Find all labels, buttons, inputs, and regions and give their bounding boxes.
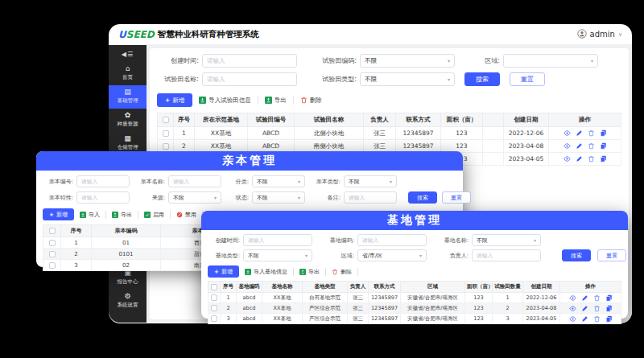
table-row: 1abcdXX基地自有基地示范张三12345897安徽省/合肥市/瑶海区1231…	[208, 293, 621, 303]
reset-button[interactable]: 重置	[442, 191, 471, 204]
search-button[interactable]: 搜索	[408, 191, 437, 204]
select-all-checkbox[interactable]	[211, 284, 217, 290]
add-button[interactable]: +新增	[157, 93, 192, 107]
create-time-input[interactable]	[243, 234, 312, 246]
view-icon[interactable]	[569, 305, 576, 312]
parent-code-input[interactable]	[76, 175, 130, 187]
button-label: 导入	[89, 211, 100, 219]
export-button[interactable]: 导出	[265, 97, 287, 105]
edit-icon[interactable]	[576, 130, 583, 137]
field-code-select[interactable]: 不限▾	[360, 54, 455, 68]
delete-icon[interactable]	[593, 315, 601, 323]
delete-icon[interactable]	[593, 294, 601, 302]
reset-button[interactable]: 重置	[597, 249, 626, 261]
disable-button[interactable]: 禁用	[176, 211, 196, 219]
table-cell: XX基地	[195, 127, 248, 140]
row-checkbox[interactable]	[49, 262, 56, 269]
disable-icon	[176, 212, 183, 218]
filter-create-time: 创建时间:	[157, 54, 297, 68]
row-checkbox[interactable]	[211, 294, 217, 301]
filter-label: 试验田名称:	[157, 75, 199, 84]
base-code-input[interactable]	[357, 234, 427, 246]
export-button[interactable]: 导出	[299, 268, 320, 276]
import-button[interactable]: 导入	[80, 211, 100, 219]
status-select[interactable]: 不限▾	[252, 191, 305, 204]
row-checkbox[interactable]	[163, 143, 169, 150]
table-cell: 2023-04-05	[504, 153, 549, 166]
copy-icon[interactable]	[605, 294, 613, 302]
delete-button[interactable]: 删除	[300, 97, 322, 105]
edit-icon[interactable]	[581, 315, 588, 323]
parent-name-input[interactable]	[168, 175, 221, 187]
table-cell: 2022-12-06	[523, 293, 560, 303]
base-name-select[interactable]: 不限▾	[472, 234, 541, 246]
view-icon[interactable]	[569, 294, 576, 302]
delete-icon[interactable]	[588, 155, 595, 163]
row-checkbox[interactable]	[211, 305, 217, 311]
parent-type-select[interactable]: 不限▾	[344, 175, 397, 187]
add-button[interactable]: +新增	[208, 265, 239, 278]
edit-icon[interactable]	[581, 294, 588, 302]
search-button[interactable]: 搜索	[562, 249, 591, 261]
export-button[interactable]: 导出	[112, 211, 132, 219]
import-button[interactable]: 导入试验田信息	[199, 97, 251, 105]
select-all-checkbox[interactable]	[163, 117, 169, 123]
filter-source: 来源:不限▾	[134, 191, 221, 204]
select-all-checkbox[interactable]	[49, 228, 56, 234]
import-button[interactable]: 导入基地信息	[245, 268, 287, 276]
view-icon[interactable]	[564, 130, 571, 137]
parent-trait-input[interactable]	[76, 191, 130, 204]
row-checkbox[interactable]	[211, 315, 217, 322]
sidebar-item-home[interactable]: ⌂首页	[109, 62, 147, 85]
delete-icon[interactable]	[588, 130, 595, 137]
copy-icon[interactable]	[600, 130, 607, 137]
copy-icon[interactable]	[600, 142, 607, 150]
row-actions	[560, 303, 621, 314]
delete-icon[interactable]	[593, 305, 601, 312]
source-select[interactable]: 不限▾	[168, 191, 221, 204]
add-button[interactable]: +新增	[43, 208, 74, 220]
edit-icon[interactable]	[581, 305, 588, 312]
row-checkbox[interactable]	[49, 251, 56, 257]
sidebar-item-system-settings[interactable]: ⚙系统设置	[109, 290, 147, 313]
table-cell: 北侧小块地	[295, 127, 364, 140]
button-label: 新增	[221, 268, 233, 276]
enable-button[interactable]: 启用	[144, 211, 164, 219]
reset-button[interactable]: 重置	[510, 72, 545, 86]
copy-icon[interactable]	[600, 155, 607, 163]
region-select[interactable]: ▾	[503, 54, 598, 68]
filter-label: 区域:	[473, 56, 500, 65]
filter-status: 状态:不限▾	[226, 191, 305, 204]
field-type-select[interactable]: 不限▾	[360, 72, 455, 86]
filter-parent-type: 亲本类型:不限▾	[310, 175, 397, 187]
logo-u: U	[118, 29, 126, 40]
copy-icon[interactable]	[605, 315, 613, 323]
create-time-input[interactable]	[202, 54, 297, 68]
region-select[interactable]: 省/市/区▾	[357, 249, 427, 261]
base-type-select[interactable]: 不限▾	[243, 249, 312, 261]
field-name-input[interactable]	[202, 72, 297, 86]
base-management-window: 基地管理 创建时间: 基地编码: 基地名称:不限▾ 基地类型:不限▾ 区域:省/…	[201, 211, 628, 319]
plus-icon: +	[214, 269, 219, 275]
sidebar-item-germplasm[interactable]: ✿种质资源	[109, 109, 147, 132]
remark-input[interactable]	[344, 191, 397, 204]
table-row: 1XX基地ABCD北侧小块地张三123458971232022-12-06	[158, 127, 621, 140]
delete-button[interactable]: 删除	[332, 268, 352, 276]
edit-icon[interactable]	[576, 155, 583, 163]
category-select[interactable]: 不限▾	[252, 175, 305, 187]
view-icon[interactable]	[564, 155, 571, 163]
user-menu[interactable]: admin ∨	[577, 29, 622, 40]
row-checkbox[interactable]	[49, 240, 56, 246]
copy-icon[interactable]	[605, 305, 613, 312]
sidebar-collapse-button[interactable]: ◀☰	[109, 48, 147, 62]
export-icon	[299, 269, 306, 275]
delete-icon[interactable]	[588, 142, 595, 150]
manager-input[interactable]	[472, 249, 541, 261]
sidebar-item-basic-management[interactable]: ▤基础管理	[109, 85, 147, 109]
search-button[interactable]: 搜索	[464, 72, 500, 86]
row-checkbox[interactable]	[163, 130, 169, 137]
filter-label: 亲本编号:	[43, 178, 73, 186]
view-icon[interactable]	[564, 142, 571, 150]
view-icon[interactable]	[569, 315, 576, 323]
edit-icon[interactable]	[576, 142, 583, 150]
